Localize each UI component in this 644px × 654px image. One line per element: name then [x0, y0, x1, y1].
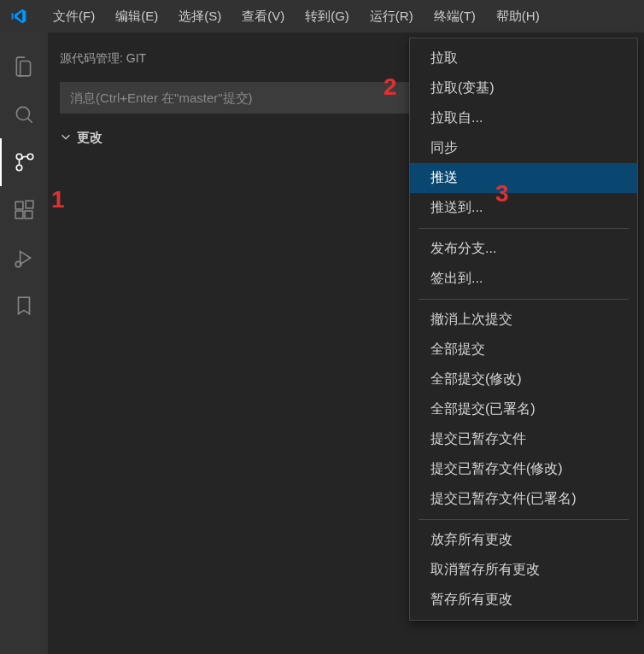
chevron-down-icon [60, 131, 72, 145]
svg-rect-8 [26, 201, 33, 208]
menu-option[interactable]: 拉取(变基) [410, 73, 637, 103]
menu-option[interactable]: 全部提交 [410, 335, 637, 365]
menu-option[interactable]: 推送到... [410, 193, 637, 223]
menu-option[interactable]: 同步 [410, 133, 637, 163]
svg-point-0 [16, 107, 29, 120]
explorer-icon[interactable] [0, 43, 48, 91]
menu-help[interactable]: 帮助(H) [486, 9, 550, 25]
menu-option[interactable]: 发布分支... [410, 234, 637, 264]
run-debug-icon[interactable] [0, 234, 48, 282]
bookmark-icon[interactable] [0, 282, 48, 330]
menu-go[interactable]: 转到(G) [295, 9, 360, 25]
menu-option[interactable]: 撤消上次提交 [410, 305, 637, 335]
scm-title: 源代码管理: GIT [60, 51, 146, 67]
menu-selection[interactable]: 选择(S) [168, 9, 231, 25]
activity-bar [0, 32, 48, 654]
svg-rect-6 [15, 211, 23, 219]
svg-point-3 [16, 165, 22, 171]
svg-marker-9 [20, 251, 31, 264]
menu-option[interactable]: 暂存所有更改 [410, 585, 637, 615]
menu-separator [419, 228, 629, 229]
menu-option[interactable]: 提交已暂存文件(已署名) [410, 484, 637, 514]
svg-rect-7 [25, 211, 32, 219]
svg-point-2 [27, 154, 33, 160]
extensions-icon[interactable] [0, 186, 48, 234]
menu-option[interactable]: 取消暂存所有更改 [410, 555, 637, 585]
menu-separator [419, 299, 629, 300]
menu-option[interactable]: 拉取 [410, 44, 637, 73]
source-control-icon[interactable] [0, 138, 48, 186]
menu-option[interactable]: 放弃所有更改 [410, 525, 637, 555]
menu-option[interactable]: 提交已暂存文件 [410, 424, 637, 454]
changes-label: 更改 [77, 130, 102, 146]
menu-file[interactable]: 文件(F) [43, 9, 105, 25]
menu-separator [419, 519, 629, 520]
svg-point-4 [16, 154, 22, 160]
menu-run[interactable]: 运行(R) [360, 9, 424, 25]
title-bar: 文件(F) 编辑(E) 选择(S) 查看(V) 转到(G) 运行(R) 终端(T… [0, 0, 644, 32]
vscode-logo-icon [10, 8, 27, 25]
menu-option[interactable]: 全部提交(已署名) [410, 394, 637, 424]
menu-option[interactable]: 全部提交(修改) [410, 365, 637, 394]
menu-option[interactable]: 签出到... [410, 264, 637, 294]
menu-terminal[interactable]: 终端(T) [424, 9, 486, 25]
svg-line-1 [27, 118, 32, 122]
menu-option[interactable]: 推送 [410, 163, 637, 193]
menu-option[interactable]: 拉取自... [410, 103, 637, 133]
menu-view[interactable]: 查看(V) [231, 9, 295, 25]
svg-rect-5 [15, 201, 23, 209]
scm-context-menu: 拉取拉取(变基)拉取自...同步推送推送到...发布分支...签出到...撤消上… [409, 38, 638, 621]
menu-edit[interactable]: 编辑(E) [105, 9, 168, 25]
search-icon[interactable] [0, 91, 48, 138]
menu-option[interactable]: 提交已暂存文件(修改) [410, 454, 637, 484]
